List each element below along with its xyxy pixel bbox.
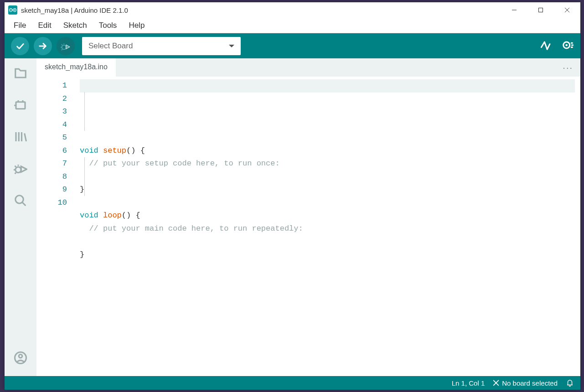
svg-rect-4: [539, 8, 543, 12]
sketchbook-button[interactable]: [11, 64, 30, 82]
line-numbers: 12345678910: [36, 77, 80, 376]
board-status-text: No board selected: [502, 379, 558, 387]
tab-bar: sketch_may18a.ino ···: [36, 58, 580, 77]
menu-sketch[interactable]: Sketch: [59, 19, 92, 32]
activity-bar: [5, 58, 36, 376]
verify-button[interactable]: [11, 37, 29, 55]
menu-edit[interactable]: Edit: [33, 19, 56, 32]
bell-icon: [566, 379, 574, 387]
current-line-highlight: [80, 79, 575, 93]
board-status[interactable]: No board selected: [493, 379, 558, 387]
svg-marker-13: [66, 45, 70, 49]
svg-marker-32: [21, 166, 27, 172]
status-bar: Ln 1, Col 1 No board selected: [5, 376, 580, 390]
board-select-label: Select Board: [88, 41, 229, 51]
window-controls: [501, 2, 580, 18]
editor-area: sketch_may18a.ino ··· 12345678910 void s…: [36, 58, 580, 376]
svg-line-12: [62, 49, 62, 50]
close-button[interactable]: [554, 2, 580, 18]
chevron-down-icon: [229, 45, 234, 47]
svg-line-31: [15, 173, 16, 174]
boards-manager-button[interactable]: [11, 96, 30, 114]
window-title: sketch_may18a | Arduino IDE 2.1.0: [21, 6, 128, 14]
menu-help[interactable]: Help: [124, 19, 149, 32]
board-select-dropdown[interactable]: Select Board: [82, 37, 241, 55]
svg-line-11: [62, 44, 62, 45]
svg-point-27: [16, 167, 21, 173]
menu-file[interactable]: File: [9, 19, 31, 32]
upload-button[interactable]: [34, 37, 52, 55]
tab-active[interactable]: sketch_may18a.ino: [36, 58, 116, 77]
close-icon: [493, 380, 499, 386]
maximize-button[interactable]: [527, 2, 554, 18]
svg-point-15: [565, 44, 568, 46]
debug-button[interactable]: [57, 37, 75, 55]
svg-point-36: [19, 355, 22, 358]
account-button[interactable]: [11, 349, 30, 367]
code-editor[interactable]: 12345678910 void setup() { // put your s…: [36, 77, 580, 376]
debug-panel-button[interactable]: [11, 160, 30, 178]
serial-monitor-button[interactable]: [561, 39, 574, 53]
toolbar: Select Board: [5, 33, 580, 58]
app-window: sketch_may18a | Arduino IDE 2.1.0 File E…: [5, 2, 580, 390]
app-icon: [8, 5, 17, 15]
svg-line-30: [15, 166, 16, 167]
menu-tools[interactable]: Tools: [94, 19, 122, 32]
minimize-button[interactable]: [501, 2, 527, 18]
svg-line-26: [25, 134, 26, 142]
notifications-button[interactable]: [566, 379, 574, 387]
cursor-position[interactable]: Ln 1, Col 1: [452, 379, 485, 387]
svg-point-33: [16, 196, 24, 204]
indent-guide: [84, 92, 85, 131]
library-manager-button[interactable]: [11, 128, 30, 146]
tab-more-button[interactable]: ···: [555, 58, 580, 77]
main-area: sketch_may18a.ino ··· 12345678910 void s…: [5, 58, 580, 376]
svg-line-34: [22, 202, 26, 206]
search-button[interactable]: [11, 191, 30, 210]
svg-point-8: [62, 45, 66, 49]
titlebar: sketch_may18a | Arduino IDE 2.1.0: [5, 2, 580, 18]
serial-plotter-button[interactable]: [540, 39, 553, 53]
menubar: File Edit Sketch Tools Help: [5, 18, 580, 33]
code-content[interactable]: void setup() { // put your setup code he…: [80, 77, 580, 376]
svg-rect-19: [16, 102, 25, 109]
